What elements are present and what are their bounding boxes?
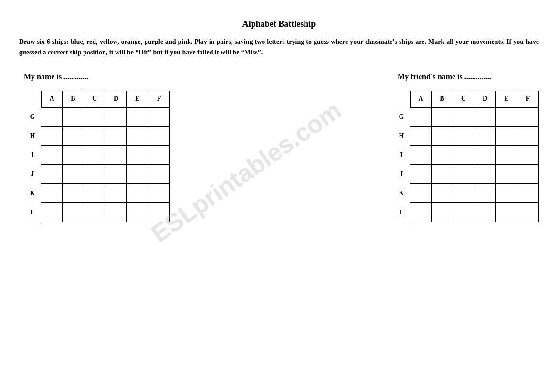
right-cell-gc[interactable] [453, 107, 474, 127]
right-cell-ja[interactable] [410, 165, 432, 184]
right-col-d: D [474, 91, 496, 107]
right-cell-hc[interactable] [453, 127, 474, 146]
right-cell-id[interactable] [474, 146, 496, 165]
table-row: H [393, 127, 539, 146]
right-cell-ia[interactable] [410, 146, 432, 165]
left-cell-hc[interactable] [84, 127, 105, 146]
right-cell-ib[interactable] [432, 146, 453, 165]
right-col-a: A [410, 91, 432, 107]
right-cell-kd[interactable] [474, 184, 496, 203]
left-cell-ia[interactable] [41, 146, 63, 165]
left-cell-id[interactable] [105, 146, 127, 165]
right-cell-gd[interactable] [474, 107, 496, 127]
right-cell-lf[interactable] [517, 203, 539, 222]
left-col-e: E [127, 91, 148, 107]
right-cell-he[interactable] [496, 127, 517, 146]
right-cell-lb[interactable] [432, 203, 453, 222]
right-cell-ic[interactable] [453, 146, 474, 165]
table-row: L [24, 203, 170, 222]
right-cell-jc[interactable] [453, 165, 474, 184]
right-grid-wrapper: A B C D E F G H [393, 91, 539, 222]
left-row-j-label: J [24, 165, 41, 184]
right-cell-ga[interactable] [410, 107, 432, 127]
right-cell-lc[interactable] [453, 203, 474, 222]
table-row: G [24, 107, 170, 127]
right-grid-body: G H I [393, 107, 539, 222]
left-cell-ke[interactable] [127, 184, 148, 203]
table-row: H [24, 127, 170, 146]
right-cell-ka[interactable] [410, 184, 432, 203]
left-cell-hb[interactable] [63, 127, 84, 146]
left-cell-jd[interactable] [105, 165, 127, 184]
right-col-e: E [496, 91, 517, 107]
left-cell-ib[interactable] [63, 146, 84, 165]
left-cell-ic[interactable] [84, 146, 105, 165]
right-cell-gb[interactable] [432, 107, 453, 127]
left-cell-ka[interactable] [41, 184, 63, 203]
left-cell-je[interactable] [127, 165, 148, 184]
left-cell-hd[interactable] [105, 127, 127, 146]
left-cell-la[interactable] [41, 203, 63, 222]
right-cell-kf[interactable] [517, 184, 539, 203]
right-cell-ld[interactable] [474, 203, 496, 222]
left-cell-gf[interactable] [148, 107, 170, 127]
left-cell-kf[interactable] [148, 184, 170, 203]
right-cell-jd[interactable] [474, 165, 496, 184]
left-cell-lc[interactable] [84, 203, 105, 222]
left-col-d: D [105, 91, 127, 107]
left-cell-jc[interactable] [84, 165, 105, 184]
right-cell-ie[interactable] [496, 146, 517, 165]
right-row-j-label: J [393, 165, 410, 184]
instructions: Draw six 6 ships: blue, red, yellow, ora… [19, 37, 539, 58]
left-cell-kb[interactable] [63, 184, 84, 203]
left-cell-lf[interactable] [148, 203, 170, 222]
table-row: J [24, 165, 170, 184]
left-cell-ha[interactable] [41, 127, 63, 146]
table-row: L [393, 203, 539, 222]
left-cell-if[interactable] [148, 146, 170, 165]
left-cell-ga[interactable] [41, 107, 63, 127]
right-cell-hf[interactable] [517, 127, 539, 146]
left-col-a: A [41, 91, 63, 107]
left-cell-jb[interactable] [63, 165, 84, 184]
table-row: J [393, 165, 539, 184]
table-row: I [24, 146, 170, 165]
right-cell-jf[interactable] [517, 165, 539, 184]
right-col-f: F [517, 91, 539, 107]
left-cell-gd[interactable] [105, 107, 127, 127]
right-row-l-label: L [393, 203, 410, 222]
left-cell-kc[interactable] [84, 184, 105, 203]
right-cell-kc[interactable] [453, 184, 474, 203]
right-player-label: My friend’s name is .............. [398, 73, 491, 81]
left-cell-ie[interactable] [127, 146, 148, 165]
left-cell-ja[interactable] [41, 165, 63, 184]
right-cell-hd[interactable] [474, 127, 496, 146]
right-cell-hb[interactable] [432, 127, 453, 146]
right-cell-le[interactable] [496, 203, 517, 222]
left-col-f: F [148, 91, 170, 107]
left-row-k-label: K [24, 184, 41, 203]
left-col-b: B [63, 91, 84, 107]
right-cell-la[interactable] [410, 203, 432, 222]
left-cell-kd[interactable] [105, 184, 127, 203]
right-cell-ge[interactable] [496, 107, 517, 127]
left-cell-ld[interactable] [105, 203, 127, 222]
left-cell-lb[interactable] [63, 203, 84, 222]
right-cell-gf[interactable] [517, 107, 539, 127]
right-cell-ke[interactable] [496, 184, 517, 203]
right-cell-jb[interactable] [432, 165, 453, 184]
left-cell-ge[interactable] [127, 107, 148, 127]
right-cell-ha[interactable] [410, 127, 432, 146]
table-row: K [393, 184, 539, 203]
left-row-g-label: G [24, 107, 41, 127]
right-cell-kb[interactable] [432, 184, 453, 203]
left-cell-gc[interactable] [84, 107, 105, 127]
left-cell-hf[interactable] [148, 127, 170, 146]
right-cell-je[interactable] [496, 165, 517, 184]
right-cell-if[interactable] [517, 146, 539, 165]
left-cell-jf[interactable] [148, 165, 170, 184]
left-cell-le[interactable] [127, 203, 148, 222]
left-cell-gb[interactable] [63, 107, 84, 127]
right-col-b: B [432, 91, 453, 107]
left-cell-he[interactable] [127, 127, 148, 146]
